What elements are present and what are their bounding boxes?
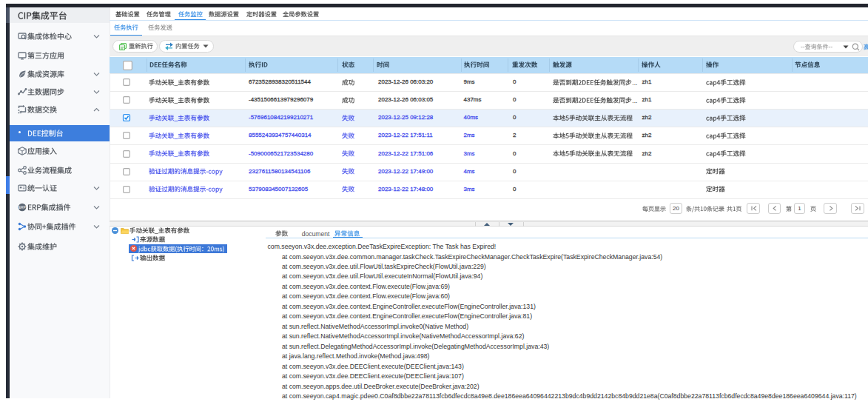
svg-text:ERP: ERP bbox=[18, 206, 25, 210]
